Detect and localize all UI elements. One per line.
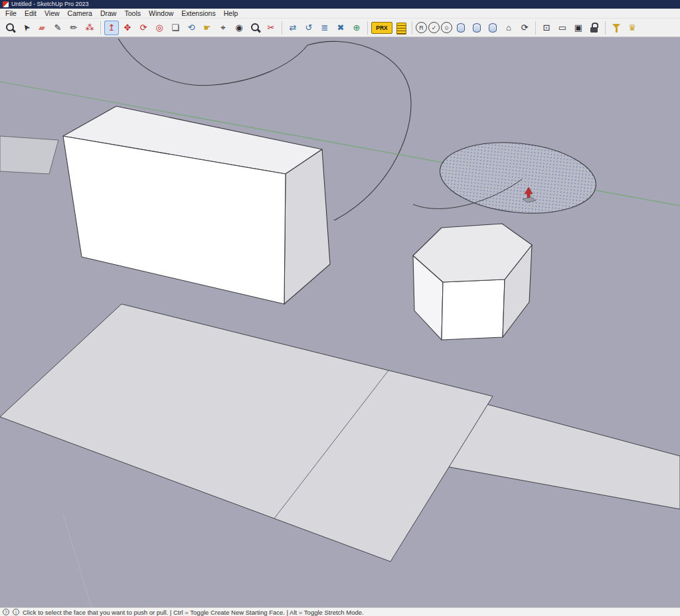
pan-icon[interactable]: ☛: [200, 21, 214, 35]
window-title: Untitled - SketchUp Pro 2023: [11, 0, 89, 9]
toolbar-separator: [412, 21, 412, 35]
left-ground-face[interactable]: [0, 136, 58, 174]
component-icon[interactable]: ❏: [168, 21, 183, 35]
status-message: Click to select the face that you want t…: [23, 609, 364, 616]
circle-face-icon[interactable]: ☺: [441, 22, 452, 33]
menu-view[interactable]: View: [41, 9, 64, 18]
toolbar-separator: [605, 21, 606, 35]
menu-camera[interactable]: Camera: [64, 9, 96, 18]
toolbar-separator: [535, 21, 536, 35]
scissors-icon[interactable]: ✂: [264, 21, 278, 35]
menu-extensions[interactable]: Extensions: [177, 9, 219, 18]
menu-file[interactable]: File: [1, 9, 21, 18]
toolbar-separator: [100, 21, 101, 35]
select-arrow-icon[interactable]: ➤: [16, 17, 37, 38]
yellow-list-icon[interactable]: [394, 21, 408, 35]
circle-check-icon[interactable]: ✓: [428, 22, 440, 33]
funnel-icon[interactable]: [609, 21, 624, 35]
move-icon[interactable]: ✥: [120, 21, 135, 35]
menubar: File Edit View Camera Draw Tools Window …: [0, 9, 680, 19]
trophy-icon[interactable]: ♛: [625, 21, 639, 35]
panel-icon[interactable]: ▭: [555, 21, 570, 35]
info-circle-icon[interactable]: i: [13, 609, 19, 615]
statusbar: ? i Click to select the face that you wa…: [0, 607, 680, 616]
help-circle-icon[interactable]: ?: [3, 609, 9, 615]
add-circle-icon[interactable]: ⊕: [349, 21, 364, 35]
home-icon[interactable]: ⌂: [501, 21, 516, 35]
orbit-icon[interactable]: ⟲: [184, 21, 199, 35]
cross-icon[interactable]: ✖: [333, 21, 348, 35]
hexagon-front-face[interactable]: [442, 279, 505, 340]
circle-r-icon[interactable]: R: [416, 22, 427, 33]
toolbar-separator: [282, 21, 282, 35]
swap-arrows-icon[interactable]: ⇄: [286, 21, 300, 35]
menu-draw[interactable]: Draw: [96, 9, 121, 18]
menu-help[interactable]: Help: [220, 9, 242, 18]
eraser-icon[interactable]: ▰: [35, 21, 49, 35]
pencil-icon[interactable]: ✎: [50, 21, 65, 35]
stamp-icon[interactable]: ⁂: [82, 21, 97, 35]
prx-button[interactable]: PRX: [371, 22, 392, 34]
viewport-canvas[interactable]: [0, 37, 680, 607]
cylinder-icon-1[interactable]: [454, 21, 468, 35]
freehand-icon[interactable]: ✏: [66, 21, 81, 35]
lock-icon[interactable]: [587, 21, 602, 35]
cylinder-icon-2[interactable]: [469, 21, 484, 35]
offset-icon[interactable]: ◎: [152, 21, 167, 35]
monitor-icon[interactable]: ⊡: [539, 21, 554, 35]
zoom-icon[interactable]: [248, 21, 262, 35]
menu-edit[interactable]: Edit: [21, 9, 41, 18]
titlebar: Untitled - SketchUp Pro 2023: [0, 0, 680, 9]
sketchup-logo-icon: [3, 1, 9, 7]
app-window: Untitled - SketchUp Pro 2023 File Edit V…: [0, 0, 680, 616]
look-around-icon[interactable]: ◉: [232, 21, 246, 35]
zoom-extents-icon[interactable]: [3, 21, 17, 35]
rotate-icon[interactable]: ⟳: [136, 21, 151, 35]
push-pull-icon[interactable]: ↥: [104, 21, 119, 35]
viewport[interactable]: [0, 37, 680, 607]
layers-icon[interactable]: ≣: [317, 21, 332, 35]
menu-tools[interactable]: Tools: [120, 9, 145, 18]
boxes-icon[interactable]: ▣: [571, 21, 586, 35]
orbit-arrows-icon[interactable]: ↺: [301, 21, 316, 35]
sync-icon[interactable]: ⟳: [517, 21, 532, 35]
menu-window[interactable]: Window: [145, 9, 177, 18]
camera-position-icon[interactable]: ⌖: [216, 21, 230, 35]
toolbar-separator: [367, 21, 368, 35]
toolbar: ➤ ▰ ✎ ✏ ⁂ ↥ ✥ ⟳ ◎ ❏ ⟲ ☛ ⌖ ◉ ✂ ⇄ ↺ ≣ ✖ ⊕ …: [0, 19, 680, 37]
cylinder-icon-3[interactable]: [485, 21, 500, 35]
